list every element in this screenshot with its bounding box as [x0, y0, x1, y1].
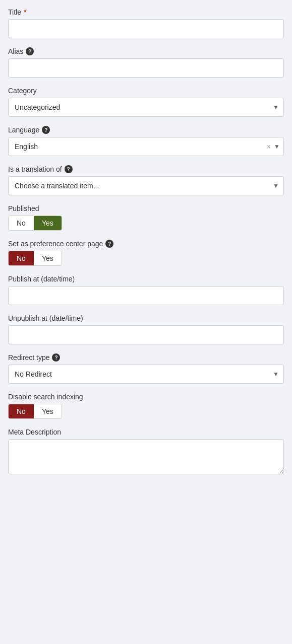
alias-label: Alias ? [8, 47, 284, 55]
unpublish-at-label: Unpublish at (date/time) [8, 314, 284, 322]
title-label: Title * [8, 8, 284, 16]
disable-search-no-button[interactable]: No [9, 404, 34, 418]
publish-at-group: Publish at (date/time) [8, 275, 284, 305]
meta-description-textarea[interactable] [8, 439, 284, 474]
alias-label-text: Alias [8, 47, 23, 55]
category-group: Category Uncategorized ▼ [8, 87, 284, 117]
published-yes-button[interactable]: Yes [34, 216, 62, 230]
disable-search-label-text: Disable search indexing [8, 393, 83, 401]
translation-label-text: Is a translation of [8, 165, 62, 173]
meta-description-label: Meta Description [8, 428, 284, 436]
translation-select-wrapper: Choose a translated item... ▼ [8, 176, 284, 195]
preference-center-label-text: Set as preference center page [8, 240, 103, 248]
disable-search-label: Disable search indexing [8, 393, 284, 401]
meta-description-label-text: Meta Description [8, 428, 61, 436]
translation-select[interactable]: Choose a translated item... [8, 176, 284, 195]
published-toggle-group: No Yes [8, 216, 62, 231]
title-label-text: Title [8, 8, 21, 16]
alias-help-icon: ? [26, 47, 34, 55]
language-group: Language ? English × ▼ [8, 126, 284, 156]
language-help-icon: ? [42, 126, 50, 134]
language-clear-icon[interactable]: × [267, 142, 271, 151]
title-group: Title * [8, 8, 284, 38]
category-select[interactable]: Uncategorized [8, 98, 284, 117]
alias-input[interactable] [8, 58, 284, 78]
publish-at-label: Publish at (date/time) [8, 275, 284, 283]
publish-at-label-text: Publish at (date/time) [8, 275, 75, 283]
title-input[interactable] [8, 19, 284, 38]
preference-center-toggle-group: No Yes [8, 251, 62, 266]
translation-help-icon: ? [65, 165, 73, 173]
category-label-text: Category [8, 87, 37, 95]
unpublish-at-input[interactable] [8, 325, 284, 344]
alias-group: Alias ? [8, 47, 284, 78]
category-select-wrapper: Uncategorized ▼ [8, 98, 284, 117]
disable-search-yes-button[interactable]: Yes [34, 404, 62, 418]
published-label-text: Published [8, 204, 39, 212]
preference-yes-button[interactable]: Yes [34, 251, 62, 265]
published-no-button[interactable]: No [9, 216, 34, 230]
redirect-type-label-text: Redirect type [8, 353, 49, 362]
language-label-text: Language [8, 126, 39, 134]
redirect-type-select[interactable]: No Redirect [8, 365, 284, 384]
unpublish-at-group: Unpublish at (date/time) [8, 314, 284, 344]
title-required: * [24, 8, 26, 16]
preference-center-label: Set as preference center page ? [8, 240, 284, 248]
publish-at-input[interactable] [8, 286, 284, 305]
redirect-type-label: Redirect type ? [8, 353, 284, 362]
unpublish-at-label-text: Unpublish at (date/time) [8, 314, 83, 322]
redirect-type-select-wrapper: No Redirect ▼ [8, 365, 284, 384]
translation-label: Is a translation of ? [8, 165, 284, 173]
published-group: Published No Yes [8, 204, 284, 231]
redirect-type-group: Redirect type ? No Redirect ▼ [8, 353, 284, 384]
category-label: Category [8, 87, 284, 95]
published-label: Published [8, 204, 284, 212]
disable-search-toggle-group: No Yes [8, 404, 62, 419]
preference-center-help-icon: ? [105, 240, 113, 248]
language-label: Language ? [8, 126, 284, 134]
translation-group: Is a translation of ? Choose a translate… [8, 165, 284, 195]
preference-center-group: Set as preference center page ? No Yes [8, 240, 284, 266]
preference-no-button[interactable]: No [9, 251, 34, 265]
disable-search-group: Disable search indexing No Yes [8, 393, 284, 419]
language-select-wrapper: English × ▼ [8, 137, 284, 156]
meta-description-group: Meta Description [8, 428, 284, 476]
redirect-type-help-icon: ? [52, 353, 60, 362]
language-select[interactable]: English [8, 137, 284, 156]
